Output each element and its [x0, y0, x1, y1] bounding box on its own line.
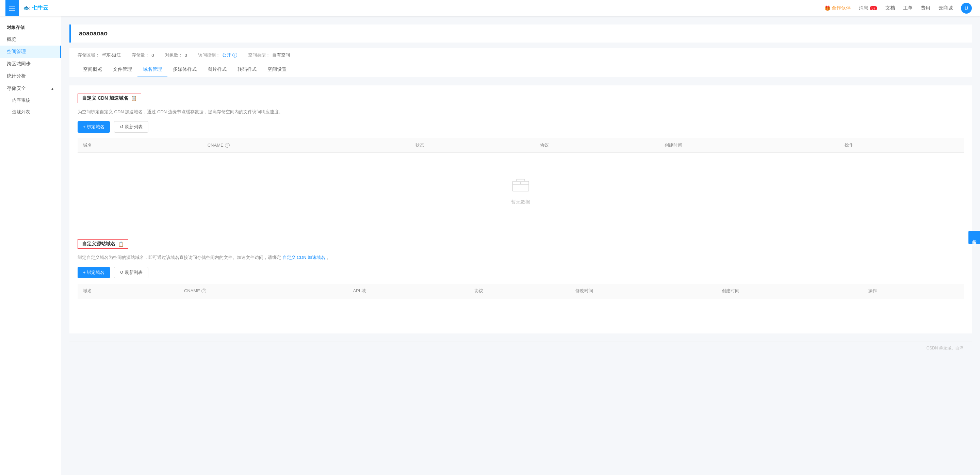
hamburger-button[interactable] [5, 0, 19, 16]
origin-section-icon: 📋 [118, 241, 124, 247]
sidebar: 对象存储 概览 空间管理 跨区域同步 统计分析 存储安全 ▲ 内容审核 违规列表 [0, 16, 61, 475]
message-label: 消息 [859, 5, 869, 11]
billing-label: 费用 [921, 5, 930, 11]
origin-col-modified-time: 修改时间 [570, 284, 716, 299]
top-navigation: 🐟 七牛云 🎁 合作伙伴 消息 37 文档 工单 费用 云商城 U [0, 0, 980, 16]
svg-point-2 [520, 182, 522, 184]
ticket-link[interactable]: 工单 [903, 5, 913, 11]
cdn-empty-state: 暂无数据 [78, 153, 964, 226]
tab-domain-management[interactable]: 域名管理 [137, 62, 167, 77]
origin-section-title-wrap: 自定义源站域名 📋 [78, 239, 128, 249]
hamburger-icon [9, 6, 15, 11]
cdn-table-header-row: 域名 CNAME ? 状态 [78, 138, 964, 153]
float-task-center-button[interactable]: 任务中心 [969, 231, 980, 244]
cdn-section: 自定义 CDN 加速域名 📋 为空间绑定自定义 CDN 加速域名，通过 CDN … [78, 94, 964, 226]
docs-link[interactable]: 文档 [885, 5, 895, 11]
region-info: 存储区域： 华东-浙江 [78, 52, 121, 58]
sidebar-item-storage-security[interactable]: 存储安全 ▲ [0, 83, 61, 95]
cdn-section-title: 自定义 CDN 加速域名 [82, 95, 128, 102]
type-value: 自有空间 [272, 52, 290, 58]
tab-transcode-style[interactable]: 转码样式 [232, 62, 262, 77]
sidebar-item-label: 跨区域同步 [7, 61, 30, 67]
origin-table-header-row: 域名 CNAME ? API 域 [78, 284, 964, 299]
origin-col-created-time: 创建时间 [716, 284, 862, 299]
cdn-col-status: 状态 [410, 138, 535, 153]
billing-link[interactable]: 费用 [921, 5, 930, 11]
tab-image-style[interactable]: 图片样式 [202, 62, 232, 77]
origin-empty-row [78, 298, 964, 312]
sidebar-sub-item-label: 内容审核 [12, 98, 30, 103]
sidebar-item-cross-region[interactable]: 跨区域同步 [0, 58, 61, 70]
ticket-label: 工单 [903, 5, 913, 11]
origin-section-desc: 绑定自定义域名为空间的源站域名，即可通过该域名直接访问存储空间内的文件。加速文件… [78, 254, 964, 261]
message-link[interactable]: 消息 37 [859, 5, 877, 11]
footer-text: CSDN @龙域、白泽 [926, 346, 964, 351]
user-avatar[interactable]: U [961, 3, 972, 14]
cdn-bind-domain-button[interactable]: + 绑定域名 [78, 121, 110, 133]
tab-space-settings[interactable]: 空间设置 [262, 62, 292, 77]
sidebar-item-statistics[interactable]: 统计分析 [0, 70, 61, 83]
cdn-section-desc: 为空间绑定自定义 CDN 加速域名，通过 CDN 边缘节点缓存数据，提高存储空间… [78, 108, 964, 116]
objects-value: 0 [185, 53, 187, 58]
logo-text: 七牛云 [32, 5, 48, 11]
sidebar-item-label: 存储安全 [7, 86, 26, 92]
storage-info: 存储量： 0 [132, 52, 154, 58]
cdn-cname-help-icon[interactable]: ? [225, 143, 230, 148]
message-badge: 37 [870, 6, 877, 10]
tab-file-management[interactable]: 文件管理 [108, 62, 137, 77]
logo[interactable]: 🐟 七牛云 [23, 5, 48, 11]
cdn-col-domain: 域名 [78, 138, 202, 153]
type-label: 空间类型： [248, 52, 270, 58]
main-layout: 对象存储 概览 空间管理 跨区域同步 统计分析 存储安全 ▲ 内容审核 违规列表… [0, 16, 980, 475]
cdn-col-created-time: 创建时间 [659, 138, 840, 153]
sidebar-section-title[interactable]: 对象存储 [0, 22, 61, 33]
origin-col-cname: CNAME ? [179, 284, 347, 299]
sidebar-item-overview[interactable]: 概览 [0, 33, 61, 46]
cdn-table: 域名 CNAME ? 状态 [78, 138, 964, 226]
origin-section: 自定义源站域名 📋 绑定自定义域名为空间的源站域名，即可通过该域名直接访问存储空… [78, 239, 964, 312]
tabs-bar: 空间概览 文件管理 域名管理 多媒体样式 图片样式 转码样式 空间设置 [69, 62, 972, 77]
cdn-empty-text: 暂无数据 [511, 199, 530, 205]
store-label: 云商城 [939, 5, 953, 11]
sidebar-item-violation-list[interactable]: 违规列表 [0, 106, 61, 118]
tab-space-overview[interactable]: 空间概览 [78, 62, 108, 77]
origin-col-action: 操作 [862, 284, 964, 299]
origin-refresh-list-button[interactable]: ↺ 刷新列表 [114, 267, 148, 278]
origin-section-title: 自定义源站域名 [82, 241, 115, 247]
cdn-section-icon: 📋 [131, 95, 137, 101]
access-label: 访问控制： [198, 52, 220, 58]
region-value: 华东-浙江 [102, 52, 121, 58]
footer: CSDN @龙域、白泽 [69, 342, 972, 354]
cdn-refresh-list-button[interactable]: ↺ 刷新列表 [114, 121, 148, 133]
cdn-section-title-wrap: 自定义 CDN 加速域名 📋 [78, 94, 141, 103]
origin-cname-help-icon[interactable]: ? [202, 289, 206, 293]
topnav-left: 🐟 七牛云 [0, 0, 61, 16]
cdn-col-action: 操作 [839, 138, 964, 153]
docs-label: 文档 [885, 5, 895, 11]
sidebar-item-label: 概览 [7, 37, 16, 43]
cdn-col-protocol: 协议 [535, 138, 659, 153]
access-value: 公开 i [222, 52, 237, 58]
content-area: 自定义 CDN 加速域名 📋 为空间绑定自定义 CDN 加速域名，通过 CDN … [69, 86, 972, 334]
topnav-right: 🎁 合作伙伴 消息 37 文档 工单 费用 云商城 U [824, 3, 980, 14]
tab-multimedia-style[interactable]: 多媒体样式 [167, 62, 202, 77]
storage-value: 0 [151, 53, 154, 58]
cdn-empty-row: 暂无数据 [78, 153, 964, 226]
origin-col-protocol: 协议 [469, 284, 570, 299]
access-info-icon[interactable]: i [232, 53, 237, 57]
cdn-btn-group: + 绑定域名 ↺ 刷新列表 [78, 121, 964, 133]
partner-link[interactable]: 🎁 合作伙伴 [824, 5, 851, 11]
chevron-up-icon: ▲ [51, 87, 54, 91]
sidebar-item-space-management[interactable]: 空间管理 [0, 46, 61, 58]
origin-bind-domain-button[interactable]: + 绑定域名 [78, 267, 110, 278]
origin-cdn-link[interactable]: 自定义 CDN 加速域名 [282, 255, 325, 260]
sidebar-item-label: 统计分析 [7, 73, 26, 79]
origin-table: 域名 CNAME ? API 域 [78, 284, 964, 312]
page-title: aoaoaoao [79, 30, 964, 37]
info-bar: 存储区域： 华东-浙江 存储量： 0 对象数： 0 访问控制： 公开 i 空间类… [69, 48, 972, 62]
objects-label: 对象数： [165, 52, 183, 58]
store-link[interactable]: 云商城 [939, 5, 953, 11]
sidebar-item-content-review[interactable]: 内容审核 [0, 95, 61, 106]
origin-col-domain: 域名 [78, 284, 179, 299]
region-label: 存储区域： [78, 52, 100, 58]
